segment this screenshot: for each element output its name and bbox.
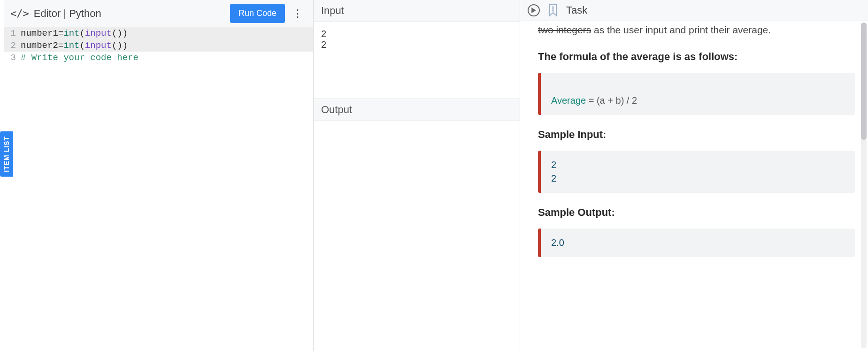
formula-heading: The formula of the average is as follows… [538, 49, 855, 64]
editor-title-text: Editor | Python [34, 8, 101, 20]
sample-input-box: 2 2 [538, 151, 855, 193]
output-header: Output [314, 99, 520, 121]
task-scroll-thumb[interactable] [861, 23, 867, 140]
task-intro-struck: two integers [538, 24, 591, 35]
app-root: ITEM LIST </> Editor | Python Run Code ⋮… [0, 0, 868, 351]
code-token: ()) [112, 28, 128, 38]
svg-marker-0 [531, 8, 536, 13]
sample-input-heading: Sample Input: [538, 127, 855, 142]
editor-column: </> Editor | Python Run Code ⋮ 1 number1… [4, 0, 314, 351]
line-number: 2 [4, 39, 21, 52]
svg-point-1 [553, 7, 553, 8]
formula-rest: = (a + b) / 2 [586, 95, 637, 106]
code-token: ( [79, 40, 84, 51]
kebab-menu-icon[interactable]: ⋮ [289, 6, 307, 22]
code-token: int [63, 40, 79, 51]
run-group: Run Code ⋮ [230, 4, 307, 23]
code-icon: </> [10, 8, 29, 19]
editor-header: </> Editor | Python Run Code ⋮ [4, 0, 313, 27]
code-token: ()) [112, 40, 128, 51]
code-token: number1 [21, 28, 58, 38]
line-number: 1 [4, 27, 21, 39]
editor-title-sep: | [61, 8, 69, 19]
code-token: # Write your code here [21, 52, 138, 64]
task-content[interactable]: two integers as the user input and print… [520, 21, 868, 351]
svg-point-3 [553, 10, 553, 11]
task-intro-rest: as the user input and print their averag… [591, 24, 771, 35]
editor-title-prefix: Editor [34, 8, 61, 19]
formula-box: Average = (a + b) / 2 [538, 73, 855, 115]
code-token: = [58, 40, 63, 51]
task-header: Task [520, 0, 868, 21]
sample-output-box: 2.0 [538, 229, 855, 257]
io-column: Input 2 2 Output [314, 0, 520, 351]
code-token: input [85, 28, 112, 38]
input-body[interactable]: 2 2 [314, 22, 520, 99]
output-body [314, 121, 520, 351]
sample-output-heading: Sample Output: [538, 205, 855, 220]
bookmark-icon[interactable] [548, 4, 558, 17]
task-scrollbar[interactable] [861, 23, 867, 348]
code-token: = [58, 28, 63, 38]
input-block: Input 2 2 [314, 0, 520, 99]
input-header: Input [314, 0, 520, 22]
code-token: int [63, 28, 79, 38]
item-list-tab[interactable]: ITEM LIST [0, 131, 13, 177]
code-token: input [85, 40, 112, 51]
editor-title: </> Editor | Python [10, 8, 101, 20]
left-rail: ITEM LIST [0, 0, 4, 351]
run-code-button[interactable]: Run Code [230, 4, 285, 23]
editor-language: Python [69, 8, 101, 19]
svg-point-2 [553, 8, 553, 9]
code-line[interactable]: 3 # Write your code here [4, 52, 313, 64]
code-line[interactable]: 2 number2=int(input()) [4, 39, 313, 52]
code-line[interactable]: 1 number1=int(input()) [4, 27, 313, 39]
output-block: Output [314, 99, 520, 351]
code-token: number2 [21, 40, 58, 51]
line-number: 3 [4, 52, 21, 64]
formula-avg: Average [551, 95, 586, 106]
task-title: Task [566, 4, 587, 16]
code-token: ( [79, 28, 84, 38]
task-column: Task two integers as the user input and … [520, 0, 868, 351]
task-intro-partial: two integers as the user input and print… [538, 23, 855, 37]
code-editor[interactable]: 1 number1=int(input()) 2 number2=int(inp… [4, 27, 313, 351]
play-icon[interactable] [528, 4, 540, 16]
